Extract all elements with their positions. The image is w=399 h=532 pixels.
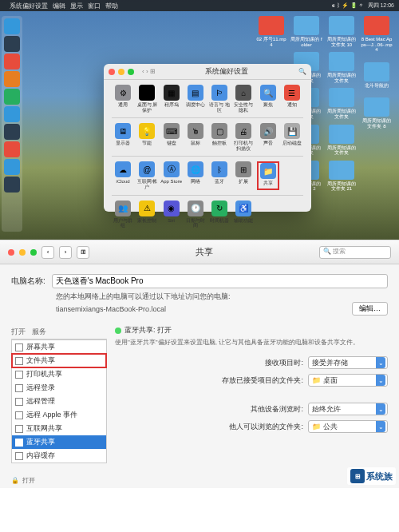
dock-app[interactable]	[4, 89, 20, 105]
pref-互联网
帐户[interactable]: @互联网 帐户	[136, 161, 158, 189]
service-屏幕共享[interactable]: 屏幕共享	[12, 340, 106, 354]
grid-button[interactable]: ⊞	[77, 246, 89, 259]
search-icon[interactable]: 🔍	[298, 68, 306, 75]
pref-蓝牙[interactable]: ᛒ蓝牙	[208, 161, 231, 189]
app-name[interactable]: 系统偏好设置	[10, 2, 48, 10]
service-远程登录[interactable]: 远程登录	[12, 381, 106, 395]
checkbox[interactable]	[15, 384, 23, 392]
zoom-icon[interactable]	[128, 69, 134, 75]
desktop-file[interactable]: 周所周知课的 文件夹 8	[361, 97, 393, 129]
pref-用户与群组[interactable]: 👥用户与群组	[112, 200, 134, 228]
menu-help[interactable]: 帮助	[105, 2, 118, 10]
option-select[interactable]: 接受并存储	[308, 356, 388, 369]
nav-back-icon[interactable]: ‹ › ⊞	[142, 68, 156, 75]
forward-button[interactable]: ›	[59, 246, 72, 259]
pref-安全性与隐私[interactable]: ⌂安全性与隐私	[232, 85, 255, 113]
desktop-file[interactable]: 周所周知课的 文件夹	[326, 88, 358, 119]
service-蓝牙共享[interactable]: 蓝牙共享	[12, 435, 106, 449]
lock-icon[interactable]: 🔒	[11, 477, 19, 484]
pref-打印机与
扫描仪[interactable]: 🖨打印机与 扫描仪	[232, 123, 255, 151]
checkbox[interactable]	[15, 452, 23, 460]
edit-button[interactable]: 编辑…	[352, 302, 388, 316]
dock-finder[interactable]	[4, 18, 20, 34]
checkbox[interactable]	[15, 343, 23, 351]
desktop-file[interactable]: 8 Best Mac Apps—J...06-.mp4	[361, 16, 393, 53]
option-select[interactable]: 始终允许	[308, 403, 388, 415]
pref-Siri[interactable]: ◉Siri	[160, 200, 183, 228]
toolbar: ‹ › ⊞ 共享 🔍 搜索	[0, 240, 399, 264]
dock-app[interactable]	[4, 141, 20, 157]
pref-显示器[interactable]: 🖥显示器	[112, 123, 134, 151]
minimize-icon[interactable]	[19, 249, 26, 256]
checkbox[interactable]	[15, 357, 23, 365]
pref-声音[interactable]: 🔊声音	[257, 123, 279, 151]
checkbox[interactable]	[15, 411, 23, 419]
window-titlebar: ‹ › ⊞ 系统偏好设置 🔍	[104, 64, 311, 80]
desktop-file[interactable]: 周所周知课的 文件夹	[326, 125, 358, 156]
desktop-file[interactable]: 02 序号11.mp4	[255, 16, 287, 47]
pref-聚焦[interactable]: 🔍聚焦	[257, 85, 279, 113]
bluetooth-status: 蓝牙共享: 打开	[124, 325, 172, 335]
pref-时间机器[interactable]: ↻时间机器	[208, 200, 231, 228]
pref-家长控制[interactable]: ⚠家长控制	[136, 200, 158, 228]
menu-view[interactable]: 显示	[70, 2, 83, 10]
menu-window[interactable]: 窗口	[88, 2, 101, 10]
dock-app[interactable]	[4, 36, 20, 52]
desktop-file[interactable]: 周所周知课的 文件夹 21	[326, 161, 358, 192]
pref-调度中心[interactable]: ▤调度中心	[184, 85, 207, 113]
zoom-icon[interactable]	[30, 249, 37, 256]
service-label: 远程登录	[26, 383, 55, 393]
service-远程管理[interactable]: 远程管理	[12, 395, 106, 408]
checkbox[interactable]	[15, 398, 23, 406]
dock-app[interactable]	[4, 54, 20, 69]
dock-app[interactable]	[4, 106, 20, 122]
pref-触控板[interactable]: ▢触控板	[208, 123, 231, 151]
pref-鼠标[interactable]: 🖱鼠标	[184, 123, 207, 151]
close-icon[interactable]	[8, 249, 14, 256]
service-互联网共享[interactable]: 互联网共享	[12, 422, 106, 435]
option-select[interactable]: 📁 公共	[308, 420, 388, 433]
pref-语言与
地区[interactable]: 🏳语言与 地区	[208, 85, 231, 113]
service-文件共享[interactable]: 文件共享	[12, 354, 106, 367]
dock-app[interactable]	[4, 71, 20, 87]
col-service: 服务	[32, 327, 46, 337]
desktop-file[interactable]: 周所周知课的 folder	[290, 16, 322, 47]
pref-节能[interactable]: 💡节能	[136, 123, 158, 151]
pref-扩展[interactable]: ⊞扩展	[232, 161, 255, 189]
desktop-file[interactable]: 北斗导航的	[361, 62, 393, 89]
pref-App Store[interactable]: ⒶApp Store	[160, 161, 183, 189]
pref-辅助功能[interactable]: ♿辅助功能	[232, 200, 255, 228]
computer-name-input[interactable]	[52, 274, 388, 288]
pref-通用[interactable]: ⚙通用	[112, 85, 134, 113]
service-内容缓存[interactable]: 内容缓存	[12, 449, 106, 463]
bluetooth-description: 使用"蓝牙共享"偏好设置来设置电脑, 让它与其他具备蓝牙功能的电脑和设备共享文件…	[115, 339, 388, 347]
dock-app[interactable]	[4, 124, 20, 140]
clock[interactable]: 周四 12:06	[368, 2, 394, 10]
checkbox[interactable]	[15, 425, 23, 433]
desktop-file[interactable]: 周所周知课的 文件夹 10	[326, 16, 358, 47]
pref-共享[interactable]: 📁共享	[257, 161, 279, 189]
desktop-file[interactable]: 周所周知课的 文件夹	[326, 52, 358, 83]
search-input[interactable]: 🔍 搜索	[319, 246, 391, 259]
pref-日期与时间[interactable]: 🕐日期与时间	[184, 200, 207, 228]
checkbox[interactable]	[15, 439, 23, 447]
service-打印机共享[interactable]: 打印机共享	[12, 367, 106, 381]
status-icons[interactable]: ◐ ᛒ ⚡ 🔋 ᯤ	[332, 2, 365, 9]
pref-iCloud[interactable]: ☁iCloud	[112, 161, 134, 189]
service-远程 Apple 事件[interactable]: 远程 Apple 事件	[12, 408, 106, 422]
back-button[interactable]: ‹	[41, 246, 54, 259]
pref-键盘[interactable]: ⌨键盘	[160, 123, 183, 151]
pref-网络[interactable]: 🌐网络	[184, 161, 207, 189]
pref-桌面与
屏保护[interactable]: 🖼桌面与 屏保护	[136, 85, 158, 113]
checkbox[interactable]	[15, 371, 23, 379]
watermark-icon: ⊞	[350, 469, 365, 483]
pref-程序坞[interactable]: ▦程序坞	[160, 85, 183, 113]
option-select[interactable]: 📁 桌面	[308, 374, 388, 387]
pref-启动磁盘[interactable]: 💾启动磁盘	[281, 123, 303, 151]
dock-app[interactable]	[4, 159, 20, 175]
pref-通知[interactable]: ☰通知	[281, 85, 303, 113]
minimize-icon[interactable]	[118, 69, 124, 75]
close-icon[interactable]	[109, 69, 115, 75]
dock-trash[interactable]	[4, 177, 20, 193]
menu-edit[interactable]: 编辑	[53, 2, 65, 10]
